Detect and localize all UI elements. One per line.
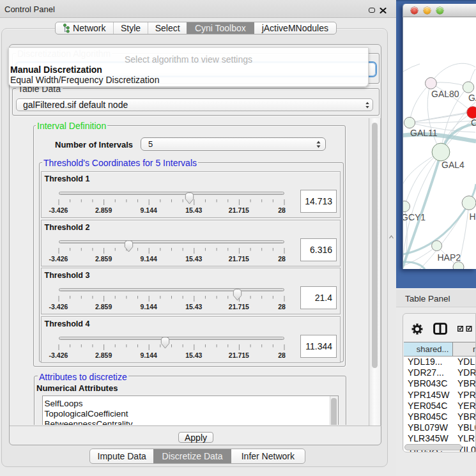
svg-text:GAL11: GAL11 — [410, 128, 438, 138]
svg-text:GCY1: GCY1 — [403, 212, 426, 222]
svg-text:H: H — [470, 211, 476, 222]
svg-text:C: C — [471, 118, 476, 128]
svg-text:GAL4: GAL4 — [441, 160, 464, 170]
svg-text:HAP2: HAP2 — [438, 252, 461, 263]
svg-text:GAL: GAL — [468, 93, 476, 103]
svg-text:GAL80: GAL80 — [431, 89, 459, 99]
